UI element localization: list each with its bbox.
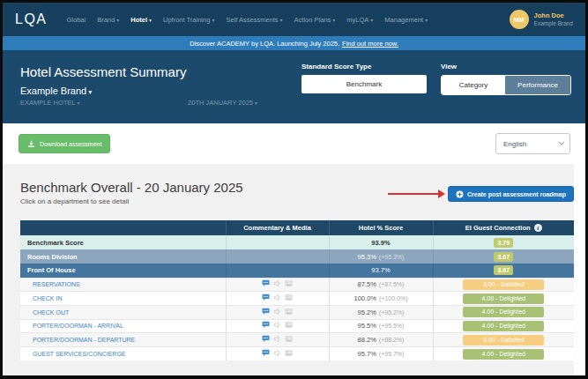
hotel-score: 95.2% — [358, 308, 376, 316]
hotel-score: 88.2% — [358, 336, 376, 344]
nav-item-upfront-training[interactable]: Upfront Training — [163, 16, 214, 24]
date-dropdown[interactable]: 20TH JANUARY 2025 — [188, 99, 257, 107]
toolbar: Download assessment English — [3, 123, 585, 164]
table-row[interactable]: Rooms Division95.3%(+95.3%)3.67 — [20, 249, 574, 264]
section-head-right: Create post assessment roadmap — [388, 184, 574, 204]
avatar[interactable]: MM — [510, 10, 529, 29]
page-title: Hotel Assessment Summary — [20, 64, 257, 79]
megaphone-icon — [273, 308, 281, 316]
section-head: Benchmark Overall - 20 January 2025 Clic… — [20, 180, 574, 205]
table-row[interactable]: Front Of House93.7%3.67 — [20, 264, 574, 278]
nav-item-label: Global — [67, 16, 86, 24]
row-label: Benchmark Score — [27, 239, 84, 247]
image-icon — [285, 294, 293, 301]
user-info: John Doe Example Brand — [534, 11, 573, 27]
ei-level-badge: 3.00 - Satisfied — [463, 335, 544, 346]
brand-dropdown[interactable]: Example Brand — [20, 85, 257, 96]
comment-icon[interactable] — [262, 335, 270, 343]
assessment-table: Commentary & Media Hotel % Score EI Gues… — [20, 220, 574, 360]
nav-item-label: Action Plans — [294, 16, 331, 24]
info-icon[interactable]: i — [534, 224, 542, 232]
section-title: Benchmark Overall - 20 January 2025 — [20, 180, 243, 195]
comment-icon[interactable] — [262, 349, 270, 357]
col-commentary: Commentary & Media — [226, 220, 329, 235]
create-roadmap-button[interactable]: Create post assessment roadmap — [448, 186, 574, 202]
announcement-banner: Discover ACADEMY by LQA. Launching July … — [3, 36, 585, 50]
nav-item-mylqa[interactable]: myLQA — [346, 16, 373, 24]
comment-icon[interactable] — [262, 308, 270, 316]
view-performance-button[interactable]: Performance — [505, 76, 570, 94]
top-navbar: LQA GlobalBrandHotelUpfront TrainingSelf… — [3, 3, 585, 36]
view-category-button[interactable]: Category — [442, 76, 505, 94]
comment-icon[interactable] — [262, 321, 270, 329]
image-icon — [285, 321, 293, 329]
nav-item-self-assessments[interactable]: Self Assessments — [226, 16, 282, 24]
hotel-score: 95.7% — [358, 350, 376, 358]
score-delta: (+95.2%) — [379, 309, 405, 316]
department-link[interactable]: RESERVATIONS — [20, 281, 80, 287]
scrollbar-track[interactable] — [574, 164, 585, 375]
download-assessment-button[interactable]: Download assessment — [19, 134, 110, 153]
department-body: RESERVATIONS87.5%(+87.5%)3.00 - Satisfie… — [20, 278, 574, 360]
department-link[interactable]: CHECK IN — [20, 295, 62, 301]
ei-level-badge: 4.00 - Delighted — [463, 321, 544, 331]
content-wrap: Benchmark Overall - 20 January 2025 Clic… — [3, 164, 585, 375]
department-link[interactable]: PORTER/DOORMAN - ARRIVAL — [20, 323, 123, 329]
table-row[interactable]: PORTER/DOORMAN - DEPARTURE88.2%(+88.2%)3… — [20, 333, 574, 347]
user-menu[interactable]: MM John Doe Example Brand — [510, 10, 573, 29]
hotel-score: 100.0% — [354, 294, 376, 302]
table-row[interactable]: Benchmark Score93.9%3.79 — [20, 235, 574, 249]
hotel-score: 95.3% — [358, 253, 376, 261]
ei-score-badge: 3.67 — [494, 252, 513, 262]
comment-icon[interactable] — [262, 279, 270, 287]
hotel-score: 93.7% — [371, 266, 390, 274]
nav-item-action-plans[interactable]: Action Plans — [294, 16, 336, 24]
download-label: Download assessment — [40, 141, 101, 147]
col-department — [20, 220, 226, 235]
banner-link[interactable]: Find out more now. — [342, 40, 398, 48]
table-row[interactable]: CHECK OUT95.2%(+95.2%)4.00 - Delighted — [20, 305, 574, 319]
nav-item-label: myLQA — [346, 16, 368, 24]
megaphone-icon — [273, 335, 281, 343]
view-group: View Category Performance — [441, 63, 571, 123]
nav-item-label: Hotel — [130, 16, 147, 24]
score-delta: (+100.0%) — [379, 295, 408, 301]
nav-item-global[interactable]: Global — [67, 16, 86, 24]
row-label: Rooms Division — [27, 253, 78, 261]
summary-body: Benchmark Score93.9%3.79Rooms Division95… — [20, 235, 574, 278]
nav-item-hotel[interactable]: Hotel — [130, 16, 152, 24]
table-head: Commentary & Media Hotel % Score EI Gues… — [20, 220, 574, 235]
hotel-score: 95.5% — [358, 322, 376, 330]
table-row[interactable]: CHECK IN100.0%(+100.0%)4.00 - Delighted — [20, 292, 574, 306]
user-brand: Example Brand — [534, 20, 573, 27]
megaphone-icon — [273, 349, 281, 357]
score-delta: (+95.5%) — [379, 323, 405, 329]
nav-item-management[interactable]: Management — [384, 16, 428, 24]
department-link[interactable]: PORTER/DOORMAN - DEPARTURE — [20, 337, 135, 343]
nav-item-label: Self Assessments — [226, 16, 278, 24]
comment-icon[interactable] — [262, 294, 270, 301]
user-name: John Doe — [534, 11, 573, 19]
plus-circle-icon — [456, 190, 464, 198]
ei-level-badge: 4.00 - Delighted — [463, 349, 544, 360]
megaphone-icon — [273, 279, 281, 287]
nav-item-brand[interactable]: Brand — [97, 16, 119, 24]
nav-item-label: Management — [384, 16, 423, 24]
department-link[interactable]: GUEST SERVICES/CONCIERGE — [20, 351, 126, 357]
image-icon — [285, 279, 293, 287]
lqa-logo[interactable]: LQA — [15, 11, 48, 27]
hotel-dropdown[interactable]: EXAMPLE HOTEL — [20, 99, 186, 107]
table-row[interactable]: RESERVATIONS87.5%(+87.5%)3.00 - Satisfie… — [20, 278, 574, 292]
ei-level-badge: 4.00 - Delighted — [463, 294, 544, 304]
annotation-arrow — [388, 193, 439, 195]
table-row[interactable]: PORTER/DOORMAN - ARRIVAL95.5%(+95.5%)4.0… — [20, 319, 574, 333]
ei-score-badge: 3.79 — [494, 238, 513, 248]
page-header: Hotel Assessment Summary Example Brand E… — [3, 50, 585, 123]
score-type-select[interactable]: Benchmark — [301, 75, 427, 93]
table-row[interactable]: GUEST SERVICES/CONCIERGE95.7%(+95.7%)4.0… — [20, 346, 574, 360]
image-icon — [285, 308, 293, 316]
language-select[interactable]: English — [495, 133, 570, 154]
department-link[interactable]: CHECK OUT — [20, 309, 69, 316]
score-type-group: Standard Score Type Benchmark — [301, 63, 427, 123]
nav-menu: GlobalBrandHotelUpfront TrainingSelf Ass… — [67, 16, 428, 24]
